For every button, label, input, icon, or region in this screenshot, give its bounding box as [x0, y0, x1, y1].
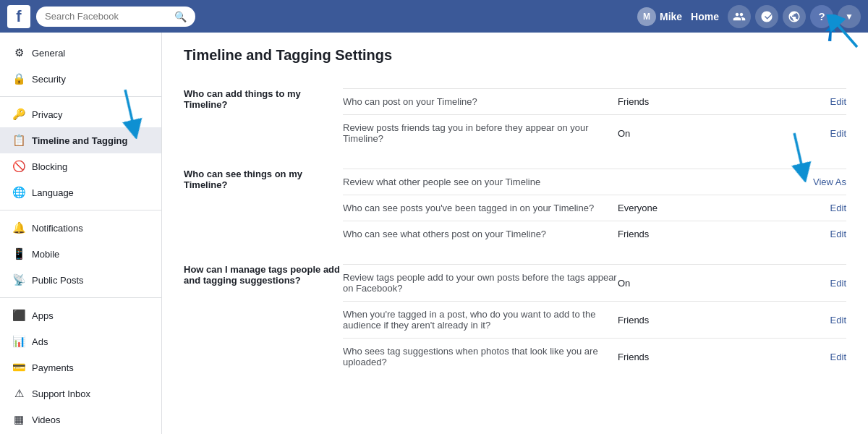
sidebar-item-language[interactable]: 🌐 Language [0, 179, 161, 205]
nav-home-link[interactable]: Home [686, 11, 723, 22]
sidebar-item-general[interactable]: ⚙ General [0, 40, 161, 66]
sidebar-divider-1 [0, 96, 161, 97]
setting-desc-2-0: Review tags people add to your own posts… [343, 265, 618, 302]
view-as-button[interactable]: View As [813, 176, 846, 187]
sidebar-item-payments[interactable]: 💳 Payments [0, 354, 161, 380]
notifications-icon: 🔔 [12, 221, 26, 235]
edit-button-2-2[interactable]: Edit [830, 352, 846, 362]
globe-icon[interactable] [783, 5, 806, 28]
edit-button-2-1[interactable]: Edit [830, 315, 846, 326]
search-input[interactable] [45, 11, 170, 22]
setting-value-2-1: Friends [618, 302, 705, 339]
apps-icon: ⬛ [12, 308, 26, 323]
section-label-1: Who can see things on my Timeline? [184, 158, 343, 254]
payments-icon: 💳 [12, 360, 26, 375]
videos-icon: ▦ [12, 412, 26, 427]
edit-button-0-0[interactable]: Edit [830, 96, 846, 107]
key-icon: 🔑 [12, 107, 26, 122]
setting-desc-2-1: When you're tagged in a post, who do you… [343, 302, 618, 339]
section-who-can-add: Who can add things to my Timeline? Who c… [184, 78, 846, 158]
lock-icon: 🔒 [12, 72, 26, 86]
setting-row-0-1: Review posts friends tag you in before t… [343, 115, 846, 152]
setting-desc-0-0: Who can post on your Timeline? [343, 89, 618, 115]
setting-desc-1-2: Who can see what others post on your Tim… [343, 221, 618, 247]
sidebar-label-apps: Apps [32, 310, 54, 321]
friends-icon[interactable] [728, 5, 751, 28]
messenger-icon[interactable] [755, 5, 778, 28]
support-icon: ⚠ [12, 386, 26, 401]
sidebar-label-notifications: Notifications [32, 223, 83, 234]
sidebar-label-security: Security [32, 74, 66, 85]
page-title: Timeline and Tagging Settings [184, 47, 846, 64]
setting-value-1-2: Friends [618, 221, 705, 247]
nav-right-section: M Mike Home ? ▼ [637, 5, 861, 28]
setting-value-0-0: Friends [618, 89, 705, 115]
public-posts-icon: 📡 [12, 273, 26, 287]
section-label-2: How can I manage tags people add and tag… [184, 254, 343, 382]
setting-value-0-1: On [618, 115, 705, 152]
sidebar-item-security[interactable]: 🔒 Security [0, 66, 161, 92]
sidebar-label-privacy: Privacy [32, 109, 63, 120]
sidebar-label-support: Support Inbox [32, 388, 90, 399]
main-content: Timeline and Tagging Settings Who can ad… [162, 33, 868, 434]
setting-value-2-2: Friends [618, 339, 705, 375]
sidebar-divider-3 [0, 297, 161, 298]
sidebar-item-apps[interactable]: ⬛ Apps [0, 302, 161, 328]
sidebar-label-public-posts: Public Posts [32, 275, 84, 286]
sidebar-label-videos: Videos [32, 414, 61, 425]
setting-row-1-1: Who can see posts you've been tagged in … [343, 195, 846, 221]
setting-row-2-0: Review tags people add to your own posts… [343, 265, 846, 302]
section-manage-tags: How can I manage tags people add and tag… [184, 254, 846, 382]
edit-button-1-2[interactable]: Edit [830, 229, 846, 239]
nav-username: Mike [660, 11, 682, 22]
setting-desc-2-2: Who sees tag suggestions when photos tha… [343, 339, 618, 375]
sidebar-label-payments: Payments [32, 362, 74, 373]
setting-value-1-1: Everyone [618, 195, 705, 221]
sidebar-item-mobile[interactable]: 📱 Mobile [0, 241, 161, 267]
language-icon: 🌐 [12, 185, 26, 200]
sidebar-item-support-inbox[interactable]: ⚠ Support Inbox [0, 380, 161, 407]
main-layout: ⚙ General 🔒 Security 🔑 Privacy 📋 Timelin… [0, 33, 868, 434]
edit-button-1-1[interactable]: Edit [830, 203, 846, 213]
sidebar-item-timeline-tagging[interactable]: 📋 Timeline and Tagging [0, 127, 161, 153]
dropdown-arrow-icon[interactable]: ▼ [838, 5, 861, 28]
sidebar-item-privacy[interactable]: 🔑 Privacy [0, 101, 161, 127]
top-navigation: f 🔍 M Mike Home ? ▼ [0, 0, 868, 33]
search-bar-container[interactable]: 🔍 [36, 7, 195, 27]
sidebar-label-mobile: Mobile [32, 249, 59, 260]
setting-row-2-1: When you're tagged in a post, who do you… [343, 302, 846, 339]
sidebar-label-general: General [32, 48, 65, 59]
sidebar-label-ads: Ads [32, 336, 48, 347]
setting-desc-0-1: Review posts friends tag you in before t… [343, 115, 618, 152]
question-icon[interactable]: ? [810, 5, 833, 28]
sidebar: ⚙ General 🔒 Security 🔑 Privacy 📋 Timelin… [0, 33, 162, 434]
sidebar-item-notifications[interactable]: 🔔 Notifications [0, 215, 161, 241]
gear-icon: ⚙ [12, 46, 26, 60]
section-label-0: Who can add things to my Timeline? [184, 78, 343, 158]
setting-desc-1-1: Who can see posts you've been tagged in … [343, 195, 618, 221]
ads-icon: 📊 [12, 334, 26, 349]
sidebar-label-timeline: Timeline and Tagging [32, 135, 127, 146]
setting-value-1-0 [618, 169, 705, 195]
block-icon: 🚫 [12, 159, 26, 174]
sidebar-label-language: Language [32, 187, 74, 198]
edit-button-2-0[interactable]: Edit [830, 278, 846, 289]
mobile-icon: 📱 [12, 247, 26, 261]
sidebar-item-ads[interactable]: 📊 Ads [0, 328, 161, 354]
setting-row-2-2: Who sees tag suggestions when photos tha… [343, 339, 846, 375]
search-icon: 🔍 [174, 11, 187, 22]
clipboard-icon: 📋 [12, 133, 26, 148]
setting-row-0-0: Who can post on your Timeline? Friends E… [343, 89, 846, 115]
sidebar-item-blocking[interactable]: 🚫 Blocking [0, 153, 161, 179]
sidebar-item-public-posts[interactable]: 📡 Public Posts [0, 267, 161, 293]
setting-desc-1-0: Review what other people see on your Tim… [343, 169, 618, 195]
facebook-logo[interactable]: f [7, 5, 30, 28]
sidebar-divider-2 [0, 210, 161, 210]
nav-user-profile[interactable]: M Mike [637, 7, 682, 26]
sidebar-label-blocking: Blocking [32, 161, 67, 172]
sidebar-item-videos[interactable]: ▦ Videos [0, 407, 161, 433]
setting-row-1-2: Who can see what others post on your Tim… [343, 221, 846, 247]
setting-value-2-0: On [618, 265, 705, 302]
edit-button-0-1[interactable]: Edit [830, 128, 846, 139]
section-who-can-see: Who can see things on my Timeline? Revie… [184, 158, 846, 254]
